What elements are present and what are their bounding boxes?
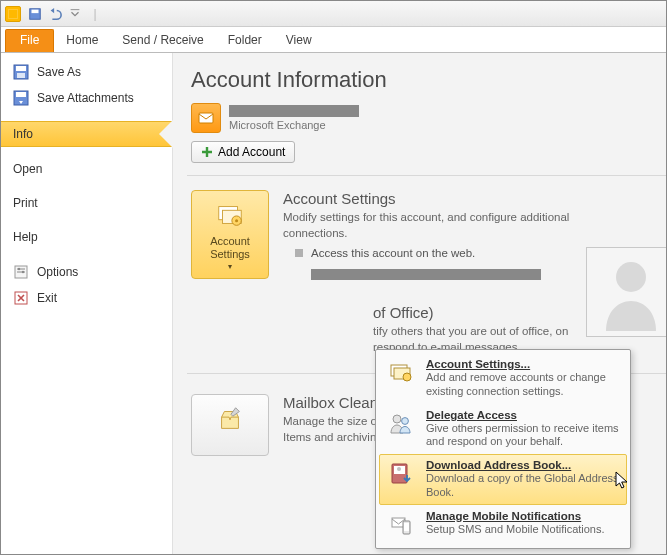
account-name-redacted	[229, 105, 359, 117]
sidebar-help[interactable]: Help	[1, 225, 172, 249]
account-type: Microsoft Exchange	[229, 119, 359, 131]
menu-download-address-book[interactable]: Download Address Book...Download a copy …	[379, 454, 627, 505]
svg-rect-7	[16, 92, 26, 97]
sidebar-label: Save Attachments	[37, 91, 134, 105]
add-account-label: Add Account	[218, 145, 285, 159]
account-settings-button[interactable]: Account Settings▾	[191, 190, 269, 279]
account-row: Microsoft Exchange	[191, 103, 666, 133]
menu-desc: Download a copy of the Global Address Bo…	[426, 472, 620, 500]
tab-view[interactable]: View	[274, 29, 324, 52]
sidebar-options[interactable]: Options	[1, 259, 172, 285]
options-icon	[13, 264, 29, 280]
qat-undo-icon[interactable]	[46, 5, 64, 23]
menu-desc: Add and remove accounts or change existi…	[426, 371, 620, 399]
chevron-down-icon: ▾	[196, 262, 264, 272]
menu-account-settings[interactable]: Account Settings...Add and remove accoun…	[379, 353, 627, 404]
sidebar-print[interactable]: Print	[1, 191, 172, 215]
sidebar-label: Options	[37, 265, 78, 279]
section-heading: Account Settings	[283, 190, 583, 207]
page-title: Account Information	[191, 67, 666, 93]
sidebar-label: Print	[13, 196, 38, 210]
save-icon	[13, 64, 29, 80]
qat-separator: |	[86, 5, 104, 23]
exit-icon	[13, 290, 29, 306]
account-settings-dropdown: Account Settings...Add and remove accoun…	[375, 349, 631, 549]
attachment-save-icon	[13, 90, 29, 106]
sidebar-exit[interactable]: Exit	[1, 285, 172, 311]
sidebar-label: Exit	[37, 291, 57, 305]
tab-send-receive[interactable]: Send / Receive	[110, 29, 215, 52]
menu-title: Download Address Book...	[426, 459, 620, 471]
title-bar: |	[1, 1, 666, 27]
svg-rect-5	[17, 73, 25, 78]
cleanup-icon	[214, 403, 246, 435]
menu-desc: Setup SMS and Mobile Notifications.	[426, 523, 605, 537]
svg-rect-1	[32, 9, 39, 13]
qat-customize-icon[interactable]	[66, 5, 84, 23]
tab-file[interactable]: File	[5, 29, 54, 52]
url-redacted	[311, 269, 541, 280]
svg-rect-4	[16, 66, 26, 71]
add-account-button[interactable]: Add Account	[191, 141, 295, 163]
separator	[187, 175, 666, 176]
app-icon	[5, 6, 21, 22]
svg-point-18	[235, 219, 238, 222]
svg-point-27	[397, 467, 401, 471]
exchange-account-icon	[191, 103, 221, 133]
ribbon-tabs: File Home Send / Receive Folder View	[1, 27, 666, 53]
menu-title: Delegate Access	[426, 409, 620, 421]
svg-point-19	[616, 262, 646, 292]
tab-folder[interactable]: Folder	[216, 29, 274, 52]
svg-point-12	[22, 271, 24, 273]
button-label: Account Settings	[210, 235, 250, 260]
sidebar-label: Save As	[37, 65, 81, 79]
sidebar-save-as[interactable]: Save As	[1, 59, 172, 85]
section-desc: Modify settings for this account, and co…	[283, 210, 583, 241]
menu-delegate-access[interactable]: Delegate AccessGive others permission to…	[379, 404, 627, 455]
sidebar-info[interactable]: Info	[1, 121, 172, 147]
mobile-icon	[386, 510, 416, 540]
account-settings-icon	[214, 199, 246, 231]
account-text: Microsoft Exchange	[229, 105, 359, 131]
section-heading-partial: of Office)	[373, 304, 568, 321]
svg-point-23	[393, 415, 401, 423]
web-access-link[interactable]: Access this account on the web.	[311, 247, 475, 259]
svg-point-11	[18, 268, 20, 270]
delegate-icon	[386, 409, 416, 439]
backstage-content: Account Information Microsoft Exchange A…	[173, 53, 666, 554]
menu-desc: Give others permission to receive items …	[426, 422, 620, 450]
cleanup-button[interactable]	[191, 394, 269, 456]
svg-rect-14	[199, 113, 213, 123]
auto-replies-section: of Office) tify others that you are out …	[191, 304, 666, 355]
backstage-main: Save As Save Attachments Info Open Print…	[1, 53, 666, 554]
menu-title: Account Settings...	[426, 358, 620, 370]
svg-point-24	[402, 417, 409, 424]
svg-point-22	[403, 373, 411, 381]
menu-mobile-notifications[interactable]: Manage Mobile NotificationsSetup SMS and…	[379, 505, 627, 545]
svg-rect-30	[404, 523, 409, 531]
sidebar-label: Open	[13, 162, 42, 176]
tab-home[interactable]: Home	[54, 29, 110, 52]
backstage-sidebar: Save As Save Attachments Info Open Print…	[1, 53, 173, 554]
account-settings-menu-icon	[386, 358, 416, 388]
sidebar-save-attachments[interactable]: Save Attachments	[1, 85, 172, 111]
sidebar-open[interactable]: Open	[1, 157, 172, 181]
address-book-icon	[386, 459, 416, 489]
menu-title: Manage Mobile Notifications	[426, 510, 605, 522]
qat-save-icon[interactable]	[26, 5, 44, 23]
account-settings-body: Account Settings Modify settings for thi…	[283, 190, 583, 280]
sidebar-label: Info	[13, 127, 33, 141]
bullet-icon	[295, 249, 303, 257]
sidebar-label: Help	[13, 230, 38, 244]
plus-icon	[201, 146, 213, 158]
